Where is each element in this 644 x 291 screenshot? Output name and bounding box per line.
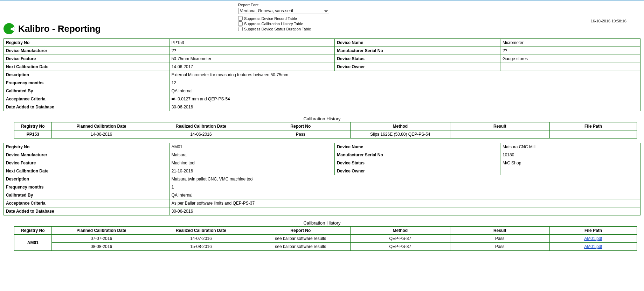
th-method: Method <box>351 227 450 235</box>
th-planned: Planned Calibration Date <box>51 227 151 235</box>
cell-method: Slips 1626E (50.80) QEP-PS-54 <box>351 130 450 139</box>
label-device-manufacturer: Device Manufacturer <box>4 151 169 159</box>
value-description: Matsura twin pallet CNC, VMC machine too… <box>169 175 640 183</box>
label-registry-no: Registry No <box>4 143 169 151</box>
history-row: PP153 14-06-2016 14-06-2016 Pass Slips 1… <box>14 130 637 139</box>
label-device-status: Device Status <box>335 159 500 167</box>
value-registry-no: AM01 <box>169 143 335 151</box>
th-registry-no: Registry No <box>14 122 52 130</box>
suppress-cal-history-label: Suppress Calibration History Table <box>244 22 303 26</box>
cell-realized: 14-06-2016 <box>151 130 251 139</box>
label-device-manufacturer: Device Manufacturer <box>4 47 169 55</box>
value-date-added: 30-06-2016 <box>169 207 640 215</box>
value-registry-no: PP153 <box>169 39 335 47</box>
th-planned: Planned Calibration Date <box>51 122 151 130</box>
value-device-status: Gauge stores <box>500 55 640 63</box>
value-manufacturer-serial-no: 10180 <box>500 151 640 159</box>
calibration-history-caption: Calibration History <box>4 116 640 121</box>
value-device-feature: 50-75mm Micrometer <box>169 55 335 63</box>
value-manufacturer-serial-no: ?? <box>500 47 640 55</box>
th-file-path: File Path <box>550 122 637 130</box>
value-date-added: 30-06-2016 <box>169 103 640 111</box>
calibration-history-caption: Calibration History <box>4 220 640 226</box>
value-calibrated-by: QA Internal <box>169 191 640 199</box>
value-device-manufacturer: ?? <box>169 47 335 55</box>
value-device-owner <box>500 63 640 71</box>
value-device-name: Micrometer <box>500 39 640 47</box>
cell-report-no: see ballbar software results <box>251 235 350 243</box>
label-description: Description <box>4 175 169 183</box>
th-file-path: File Path <box>550 227 637 235</box>
report-font-select[interactable]: Verdana, Geneva, sans-serif <box>238 8 329 14</box>
label-device-feature: Device Feature <box>4 159 169 167</box>
value-device-status: M/C Shop <box>500 159 640 167</box>
value-device-manufacturer: Matsura <box>169 151 335 159</box>
label-date-added: Date Added to Database <box>4 207 169 215</box>
label-acceptance-criteria: Acceptance Criteria <box>4 95 169 103</box>
label-calibrated-by: Calibrated By <box>4 87 169 95</box>
history-row: AM01 07-07-2016 14-07-2016 see ballbar s… <box>14 235 637 243</box>
suppress-status-duration-label: Suppress Device Status Duration Table <box>244 27 311 31</box>
th-result: Result <box>450 122 549 130</box>
cell-report-no: see ballbar software results <box>251 243 350 251</box>
label-device-owner: Device Owner <box>335 167 500 175</box>
suppress-device-record-label: Suppress Device Record Table <box>244 16 297 21</box>
cell-planned: 14-06-2016 <box>51 130 151 139</box>
value-next-cal-date: 21-10-2016 <box>169 167 335 175</box>
value-device-owner <box>500 167 640 175</box>
label-device-name: Device Name <box>335 143 500 151</box>
label-next-cal-date: Next Calibration Date <box>4 167 169 175</box>
cell-registry-no: AM01 <box>14 235 52 251</box>
label-registry-no: Registry No <box>4 39 169 47</box>
th-realized: Realized Calibration Date <box>151 122 251 130</box>
cell-realized: 14-07-2016 <box>151 235 251 243</box>
cell-registry-no: PP153 <box>14 130 52 139</box>
value-frequency-months: 1 <box>169 183 640 191</box>
th-report-no: Report No <box>251 227 350 235</box>
label-acceptance-criteria: Acceptance Criteria <box>4 199 169 207</box>
calibration-history-table: Registry No Planned Calibration Date Rea… <box>14 226 637 251</box>
report-font-label: Report Font <box>238 3 329 7</box>
device-record-table: Registry No PP153 Device Name Micrometer… <box>4 38 640 111</box>
value-device-feature: Machine tool <box>169 159 335 167</box>
cell-file-path <box>550 130 637 139</box>
value-description: External Micrometer for measuring featur… <box>169 71 640 79</box>
file-path-link[interactable]: AM01.pdf <box>584 236 602 241</box>
kalibro-logo-icon <box>4 23 15 34</box>
label-device-status: Device Status <box>335 55 500 63</box>
label-date-added: Date Added to Database <box>4 103 169 111</box>
suppress-status-duration-checkbox[interactable] <box>238 27 243 31</box>
report-controls: Report Font Verdana, Geneva, sans-serif … <box>238 2 329 32</box>
value-calibrated-by: QA Internal <box>169 87 640 95</box>
value-acceptance-criteria: As per Ballar software limits and QEP-PS… <box>169 199 640 207</box>
label-device-name: Device Name <box>335 39 500 47</box>
cell-method: QEP-PS-37 <box>351 235 450 243</box>
cell-planned: 08-08-2016 <box>51 243 151 251</box>
value-acceptance-criteria: =/- 0.0127 mm and QEP-PS-54 <box>169 95 640 103</box>
cell-planned: 07-07-2016 <box>51 235 151 243</box>
page-title: Kalibro - Reporting <box>18 23 101 34</box>
cell-result <box>450 130 549 139</box>
calibration-history-table: Registry No Planned Calibration Date Rea… <box>14 122 637 139</box>
label-frequency-months: Frequency months <box>4 79 169 87</box>
cell-report-no: Pass <box>251 130 350 139</box>
label-device-feature: Device Feature <box>4 55 169 63</box>
th-registry-no: Registry No <box>14 227 52 235</box>
label-manufacturer-serial-no: Manufacturer Serial No <box>335 47 500 55</box>
cell-realized: 15-08-2016 <box>151 243 251 251</box>
label-device-owner: Device Owner <box>335 63 500 71</box>
value-frequency-months: 12 <box>169 79 640 87</box>
suppress-cal-history-checkbox[interactable] <box>238 21 243 26</box>
cell-result: Pass <box>450 235 549 243</box>
history-row: 08-08-2016 15-08-2016 see ballbar softwa… <box>14 243 637 251</box>
file-path-link[interactable]: AM01.pdf <box>584 244 602 249</box>
label-next-cal-date: Next Calibration Date <box>4 63 169 71</box>
cell-method: QEP-PS-37 <box>351 243 450 251</box>
cell-result: Pass <box>450 243 549 251</box>
label-calibrated-by: Calibrated By <box>4 191 169 199</box>
value-next-cal-date: 14-06-2017 <box>169 63 335 71</box>
suppress-device-record-checkbox[interactable] <box>238 16 243 21</box>
th-report-no: Report No <box>251 122 350 130</box>
label-manufacturer-serial-no: Manufacturer Serial No <box>335 151 500 159</box>
label-description: Description <box>4 71 169 79</box>
